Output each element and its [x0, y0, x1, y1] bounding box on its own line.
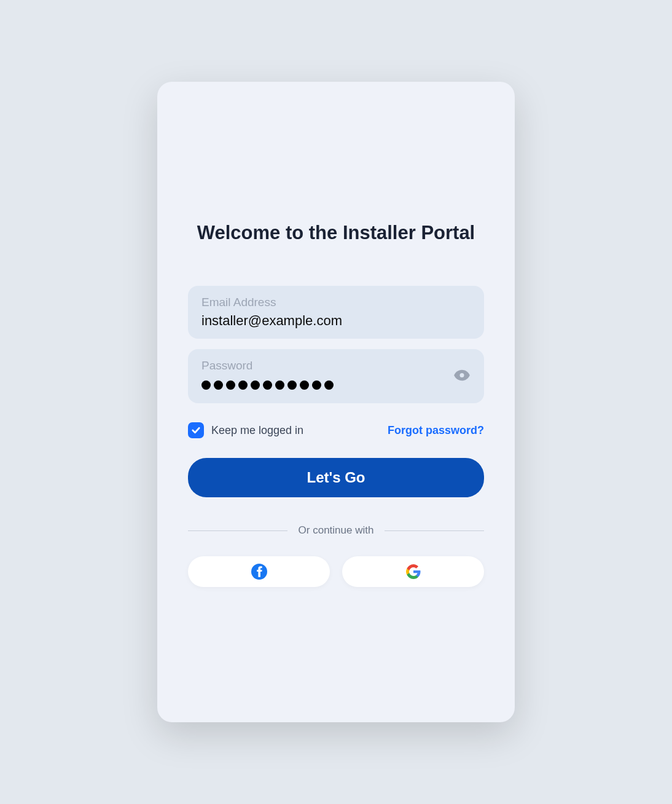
checkmark-icon	[190, 425, 201, 436]
keep-logged-in-checkbox[interactable]	[188, 422, 204, 438]
email-input[interactable]	[201, 313, 471, 329]
eye-icon[interactable]	[453, 366, 471, 386]
divider-line-right	[385, 530, 484, 531]
svg-point-0	[460, 373, 464, 377]
google-icon	[406, 564, 421, 579]
forgot-password-link[interactable]: Forgot password?	[388, 424, 484, 437]
google-login-button[interactable]	[342, 556, 484, 587]
password-field-container[interactable]: Password	[188, 349, 484, 403]
password-label: Password	[201, 359, 471, 372]
keep-logged-in-label: Keep me logged in	[211, 424, 303, 437]
divider-text: Or continue with	[299, 524, 374, 537]
keep-logged-in-wrap: Keep me logged in	[188, 422, 303, 438]
facebook-login-button[interactable]	[188, 556, 330, 587]
social-buttons-row	[188, 556, 484, 587]
divider-line-left	[188, 530, 287, 531]
options-row: Keep me logged in Forgot password?	[188, 422, 484, 438]
login-card: Welcome to the Installer Portal Email Ad…	[157, 82, 515, 722]
submit-button[interactable]: Let's Go	[188, 458, 484, 497]
password-input[interactable]	[201, 376, 471, 393]
page-title: Welcome to the Installer Portal	[188, 222, 484, 244]
divider: Or continue with	[188, 524, 484, 537]
email-label: Email Address	[201, 296, 471, 309]
facebook-icon	[251, 564, 267, 580]
email-field-container[interactable]: Email Address	[188, 286, 484, 339]
